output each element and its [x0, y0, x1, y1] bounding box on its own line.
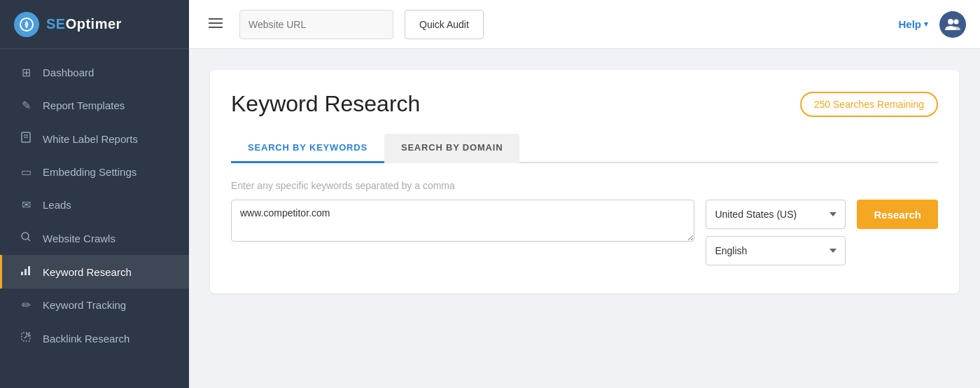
svg-rect-8 — [28, 266, 30, 275]
website-crawls-icon — [19, 231, 33, 245]
country-select[interactable]: United States (US) United Kingdom (UK) C… — [706, 200, 846, 229]
keyword-textarea[interactable]: www.competitor.com — [231, 200, 694, 242]
quick-audit-button[interactable]: Quick Audit — [405, 10, 484, 39]
search-row: www.competitor.com United States (US) Un… — [231, 200, 938, 265]
sidebar-item-label: Website Crawls — [43, 233, 115, 244]
sidebar-item-label: Leads — [43, 199, 71, 211]
sidebar-item-label: Keyword Research — [43, 266, 132, 278]
keyword-research-icon — [19, 265, 33, 279]
main-content: Keyword Research 250 Searches Remaining … — [189, 0, 980, 388]
sidebar-item-backlink-research[interactable]: Backlink Research — [0, 321, 189, 355]
svg-point-13 — [948, 19, 953, 25]
sidebar-item-embedding-settings[interactable]: ▭ Embedding Settings — [0, 155, 189, 188]
website-url-input[interactable] — [239, 10, 393, 39]
language-select[interactable]: English Spanish French German — [706, 236, 846, 265]
sidebar-item-keyword-tracking[interactable]: ✏ Keyword Tracking — [0, 289, 189, 321]
sidebar-item-report-templates[interactable]: ✎ Report Templates — [0, 89, 189, 122]
report-templates-icon: ✎ — [19, 99, 33, 112]
page-title: Keyword Research — [231, 91, 420, 117]
backlink-icon — [19, 331, 33, 345]
sidebar-item-label: White Label Reports — [43, 133, 138, 145]
sidebar-item-label: Dashboard — [43, 67, 94, 78]
keyword-research-card: Keyword Research 250 Searches Remaining … — [210, 70, 959, 293]
sidebar-item-leads[interactable]: ✉ Leads — [0, 188, 189, 221]
help-button[interactable]: Help ▾ — [898, 18, 928, 30]
topbar: Quick Audit Help ▾ — [189, 0, 980, 49]
svg-line-5 — [28, 239, 30, 241]
users-icon[interactable] — [939, 11, 966, 38]
keyword-tracking-icon: ✏ — [19, 298, 33, 312]
logo-icon — [14, 12, 39, 37]
sidebar-item-label: Backlink Research — [43, 333, 130, 345]
search-hint: Enter any specific keywords separated by… — [231, 180, 938, 191]
logo: SEOptimer — [0, 0, 189, 49]
sidebar-item-white-label-reports[interactable]: White Label Reports — [0, 122, 189, 155]
svg-rect-7 — [24, 269, 27, 275]
svg-rect-6 — [21, 272, 23, 275]
sidebar-item-label: Keyword Tracking — [43, 299, 126, 311]
sidebar: SEOptimer ⊞ Dashboard ✎ Report Templates — [0, 0, 189, 388]
white-label-icon — [19, 132, 33, 146]
card-header: Keyword Research 250 Searches Remaining — [231, 91, 938, 117]
search-tabs: SEARCH BY KEYWORDS SEARCH BY DOMAIN — [231, 134, 938, 163]
svg-point-4 — [22, 233, 29, 240]
searches-remaining-badge: 250 Searches Remaining — [800, 92, 938, 117]
embedding-icon: ▭ — [19, 165, 33, 179]
sidebar-item-website-crawls[interactable]: Website Crawls — [0, 221, 189, 255]
sidebar-nav: ⊞ Dashboard ✎ Report Templates White Lab… — [0, 49, 189, 362]
tab-search-by-domain[interactable]: SEARCH BY DOMAIN — [384, 134, 519, 163]
help-chevron-icon: ▾ — [924, 20, 928, 29]
hamburger-button[interactable] — [203, 13, 228, 35]
tab-search-by-keywords[interactable]: SEARCH BY KEYWORDS — [231, 134, 384, 163]
sidebar-item-keyword-research[interactable]: Keyword Research — [0, 255, 189, 289]
sidebar-item-dashboard[interactable]: ⊞ Dashboard — [0, 56, 189, 89]
sidebar-item-label: Embedding Settings — [43, 166, 136, 178]
filters-column: United States (US) United Kingdom (UK) C… — [706, 200, 846, 265]
svg-point-14 — [954, 19, 959, 24]
dashboard-icon: ⊞ — [19, 66, 33, 79]
leads-icon: ✉ — [19, 198, 33, 212]
logo-text: SEOptimer — [46, 16, 122, 32]
research-button[interactable]: Research — [857, 200, 938, 229]
sidebar-item-label: Report Templates — [43, 99, 125, 111]
